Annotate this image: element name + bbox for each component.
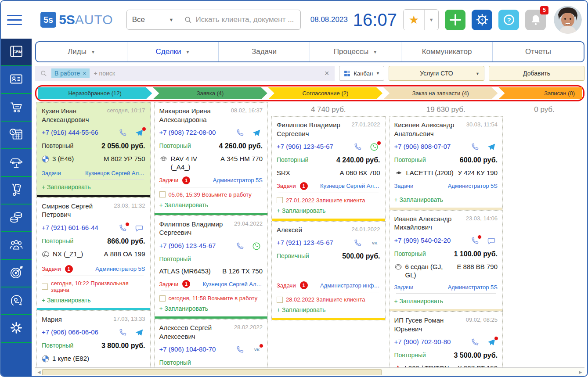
task-checkbox[interactable]: [159, 295, 166, 302]
responsible-link[interactable]: Администратор информационн…: [320, 282, 380, 289]
deal-card[interactable]: Макарова Ирина Александровна08.02, 16:37…: [154, 102, 268, 215]
scroll-right-icon[interactable]: ▶: [577, 370, 584, 374]
plan-task-link[interactable]: + Запланировать: [159, 201, 263, 208]
client-name[interactable]: Кузин Иван Александрович: [42, 107, 105, 124]
user-avatar[interactable]: [554, 6, 582, 34]
funnel-select[interactable]: Услуги СТО ▼: [389, 66, 484, 81]
vk-icon[interactable]: VK: [370, 239, 379, 248]
vehicle-model[interactable]: 3 (E46): [42, 155, 74, 165]
deal-card[interactable]: Киселев Александр Анатольевич30.03, 11:5…: [389, 116, 503, 210]
telegram-icon[interactable]: [135, 328, 144, 337]
client-phone[interactable]: +7 (909) 540-02-20: [394, 237, 451, 244]
add-deal-button[interactable]: Добавить: [489, 66, 584, 81]
responsible-link[interactable]: Администратор 5S: [448, 284, 498, 291]
plan-task-link[interactable]: + Запланировать: [42, 183, 145, 190]
menu-icon[interactable]: [7, 12, 22, 28]
client-name[interactable]: Иванов Александр Михайлович: [394, 215, 461, 232]
sidebar-item-crm[interactable]: CRM: [1, 39, 32, 66]
client-phone[interactable]: +7 (921) 601-66-44: [42, 224, 98, 231]
plan-task-link[interactable]: + Запланировать: [42, 297, 145, 304]
sidebar-item-contacts[interactable]: [1, 66, 32, 94]
client-name[interactable]: Алексеев Сергей Алексеевич: [159, 323, 226, 341]
favorites-dropdown-button[interactable]: ▼: [424, 10, 438, 30]
plan-task-link[interactable]: + Запланировать: [159, 305, 263, 312]
client-phone[interactable]: +7 (906) 123-45-67: [277, 143, 333, 150]
vk-icon[interactable]: VK: [252, 345, 261, 354]
vehicle-model[interactable]: L200 / TRITON (KA_T, KB_T): [394, 364, 455, 367]
whatsapp-icon[interactable]: [370, 143, 379, 151]
favorites-button[interactable]: ★: [404, 10, 424, 30]
stage-header-1[interactable]: Заявка (4): [153, 87, 267, 99]
tasks-link[interactable]: Задачи1: [277, 281, 308, 289]
phone-icon[interactable]: [353, 239, 362, 248]
tab-отчеты[interactable]: Отчеты: [493, 42, 584, 61]
tasks-link[interactable]: Задачи: [394, 284, 414, 291]
vehicle-model[interactable]: ATLAS (MR6453): [159, 267, 211, 276]
deal-card[interactable]: Кузин Иван Александровичсегодня, 10:17+7…: [36, 102, 151, 197]
notifications-button[interactable]: 5: [525, 10, 546, 30]
client-name[interactable]: Мария: [42, 315, 62, 324]
plan-task-link[interactable]: + Запланировать: [277, 306, 380, 313]
tab-процессы[interactable]: Процессы▼: [310, 42, 401, 61]
tab-коммуникатор[interactable]: Коммуникатор: [401, 42, 493, 61]
stage-header-2[interactable]: Согласование (2): [268, 87, 382, 99]
phone-icon[interactable]: [235, 129, 244, 137]
phone-icon[interactable]: [470, 338, 479, 347]
plan-task-link[interactable]: + Запланировать: [394, 298, 498, 305]
tasks-link[interactable]: Задачи1: [159, 280, 191, 288]
client-phone[interactable]: +7 (908) 722-08-00: [159, 129, 216, 136]
task-checkbox[interactable]: [42, 284, 48, 290]
vehicle-model[interactable]: 1 купе (E82): [42, 355, 89, 365]
deal-card[interactable]: Иванов Александр Михайлович23.03, 14:06+…: [389, 210, 503, 312]
responsible-link[interactable]: Кузнецов Сергей Александров…: [320, 183, 380, 189]
client-name[interactable]: Смирнов Сергей Петрович: [42, 202, 108, 219]
client-name[interactable]: Макарова Ирина Александровна: [159, 107, 226, 124]
deal-card[interactable]: Алексей24.01.2022+7 (921) 123-45-67VKПер…: [271, 221, 386, 321]
scroll-left-icon[interactable]: ◀: [36, 370, 42, 374]
phone-icon[interactable]: [470, 143, 479, 151]
tasks-link[interactable]: Задачи: [394, 183, 414, 189]
help-button[interactable]: ?: [498, 10, 519, 30]
search-input[interactable]: [195, 15, 295, 24]
phone-icon[interactable]: [470, 237, 479, 245]
plan-task-link[interactable]: + Запланировать: [277, 207, 380, 214]
vehicle-model[interactable]: RAV 4 IV (_A4_): [159, 155, 218, 172]
phone-icon[interactable]: [235, 345, 244, 354]
client-name[interactable]: Филиппов Владимир Сергеевич: [277, 121, 343, 138]
tasks-link[interactable]: Задачи: [42, 170, 61, 176]
task-checkbox[interactable]: [277, 297, 283, 303]
phone-icon[interactable]: [235, 242, 244, 251]
sidebar-item-finance[interactable]: [1, 205, 32, 232]
vehicle-model[interactable]: SRX: [277, 169, 290, 177]
deal-card[interactable]: Смирнов Сергей Петрович23.03, 11:32+7 (9…: [36, 197, 151, 311]
responsible-link[interactable]: Администратор 5S: [213, 177, 263, 183]
sidebar-item-service[interactable]: [1, 149, 32, 177]
deal-card[interactable]: Филиппов Владимир Сергеевич27.01.2022+7 …: [271, 116, 386, 221]
client-phone[interactable]: +7 (916) 444-55-66: [42, 129, 98, 136]
task-item[interactable]: сегодня, 11:58 Возьмите в работу: [159, 295, 263, 302]
client-name[interactable]: ИП Гусев Роман Юрьевич: [394, 316, 461, 333]
deal-card[interactable]: Алексеев Сергей Алексеевич28.02.2022+7 (…: [154, 319, 268, 367]
vehicle-model[interactable]: LACETTI (J200): [394, 169, 454, 178]
deal-card[interactable]: Филиппов Владимир Сергеевич29.04.2022+7 …: [154, 215, 268, 320]
search-scope-select[interactable]: Все ▼: [127, 10, 180, 29]
deal-card[interactable]: Мария17.03, 13:33+7 (906) 066-06-06Повто…: [36, 311, 151, 368]
sidebar-item-warehouse[interactable]: [1, 177, 32, 205]
client-name[interactable]: Филиппов Владимир Сергеевич: [159, 220, 226, 237]
filter-chip[interactable]: В работе ×: [51, 68, 90, 78]
client-phone[interactable]: +7 (921) 123-45-67: [277, 239, 333, 246]
tab-сделки[interactable]: Сделки▼: [127, 42, 219, 61]
task-item[interactable]: 27.01.2022 Запишите клиента: [277, 197, 380, 204]
task-item[interactable]: сегодня, 10:22 Произвольная задача: [42, 280, 145, 293]
phone-icon[interactable]: [353, 143, 362, 151]
vehicle-model[interactable]: NX (_Z1_): [42, 250, 83, 260]
settings-gear-button[interactable]: [472, 10, 492, 30]
tasks-link[interactable]: Задачи1: [277, 182, 308, 190]
client-phone[interactable]: +7 (900) 702-90-80: [394, 338, 451, 345]
sidebar-item-staff[interactable]: [1, 232, 32, 260]
horizontal-scrollbar[interactable]: ◀ ▶: [35, 367, 584, 376]
sidebar-item-support[interactable]: [1, 287, 32, 315]
sidebar-item-planner[interactable]: [1, 122, 32, 149]
task-checkbox[interactable]: [277, 197, 283, 203]
tasks-link[interactable]: Задачи1: [159, 176, 191, 184]
